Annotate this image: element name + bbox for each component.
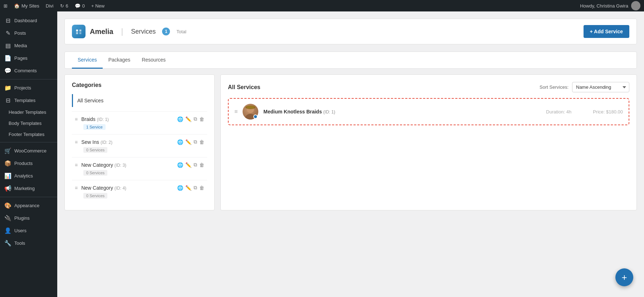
globe-icon[interactable]: 🌐 xyxy=(177,185,183,191)
service-avatar-wrap xyxy=(243,104,258,120)
projects-icon: 📁 xyxy=(4,84,11,91)
comments-icon: 💬 xyxy=(4,67,11,74)
dashboard-icon: ⊟ xyxy=(4,17,11,24)
delete-icon[interactable]: 🗑 xyxy=(199,116,204,122)
plugin-name: Amelia xyxy=(90,28,113,36)
comments-link[interactable]: 💬 0 xyxy=(75,3,85,9)
all-services-heading: All Services xyxy=(228,84,260,91)
sidebar-item-appearance[interactable]: 🎨 Appearance xyxy=(0,199,57,212)
sidebar-item-body-templates[interactable]: Body Templates xyxy=(0,118,57,129)
delete-icon[interactable]: 🗑 xyxy=(199,185,204,191)
sidebar-item-header-templates[interactable]: Header Templates xyxy=(0,107,57,118)
tab-packages[interactable]: Packages xyxy=(103,52,136,69)
copy-icon[interactable]: ⧉ xyxy=(194,162,197,168)
edit-icon[interactable]: ✏️ xyxy=(185,139,191,145)
my-sites-link[interactable]: 🏠 My Sites xyxy=(14,3,39,9)
pages-icon: 📄 xyxy=(4,55,11,62)
list-item: ≡ Sew Ins (ID: 2) 🌐 ✏️ ⧉ 🗑 0 Services xyxy=(72,134,207,157)
copy-icon[interactable]: ⧉ xyxy=(194,116,197,122)
add-service-button[interactable]: + Add Service xyxy=(584,25,629,38)
marketing-icon: 📢 xyxy=(4,185,11,192)
products-icon: 📦 xyxy=(4,160,11,167)
service-count-badge: 0 Services xyxy=(83,170,107,176)
service-drag-handle-icon[interactable]: ≡ xyxy=(234,108,238,115)
globe-icon[interactable]: 🌐 xyxy=(177,139,183,145)
sidebar-item-products[interactable]: 📦 Products xyxy=(0,157,57,170)
delete-icon[interactable]: 🗑 xyxy=(199,139,204,145)
plugin-section: Services xyxy=(131,28,156,35)
users-icon: 👤 xyxy=(4,227,11,234)
copy-icon[interactable]: ⧉ xyxy=(194,139,197,145)
sidebar-item-projects[interactable]: 📁 Projects xyxy=(0,82,57,94)
service-name: Medium Knotless Braids (ID: 1) xyxy=(263,109,335,115)
plugins-icon: 🔌 xyxy=(4,215,11,221)
tab-resources[interactable]: Resources xyxy=(136,52,171,69)
service-card: ≡ xyxy=(228,98,629,125)
services-content: Categories All Services ≡ Braids (ID: 1)… xyxy=(64,74,637,210)
sidebar-item-dashboard[interactable]: ⊟ Dashboard xyxy=(0,14,57,27)
sidebar-item-users[interactable]: 👤 Users xyxy=(0,224,57,237)
tabs-bar: Services Packages Resources xyxy=(64,52,637,69)
sidebar-item-templates[interactable]: ⊟ Templates xyxy=(0,94,57,107)
sidebar-item-woocommerce[interactable]: 🛒 WooCommerce xyxy=(0,145,57,157)
all-services-category[interactable]: All Services xyxy=(72,94,207,107)
drag-handle-icon[interactable]: ≡ xyxy=(75,116,78,122)
globe-icon[interactable]: 🌐 xyxy=(177,116,183,122)
sidebar-item-analytics[interactable]: 📊 Analytics xyxy=(0,170,57,182)
globe-icon[interactable]: 🌐 xyxy=(177,162,183,168)
divi-link[interactable]: Divi xyxy=(46,3,54,9)
drag-handle-icon[interactable]: ≡ xyxy=(75,162,78,168)
sidebar-item-comments[interactable]: 💬 Comments xyxy=(0,64,57,77)
tab-services[interactable]: Services xyxy=(72,52,103,69)
service-count-badge: 0 Services xyxy=(83,147,107,153)
sidebar-item-media[interactable]: ▤ Media xyxy=(0,39,57,52)
plugin-header: Amelia | Services 1 Total + Add Service xyxy=(64,19,637,44)
svg-rect-4 xyxy=(247,106,254,108)
category-name: New Category (ID: 3) xyxy=(81,162,126,168)
woocommerce-icon: 🛒 xyxy=(4,147,11,154)
tools-icon: 🔧 xyxy=(4,240,11,247)
list-item: ≡ New Category (ID: 3) 🌐 ✏️ ⧉ 🗑 0 Servic… xyxy=(72,157,207,180)
new-link[interactable]: + New xyxy=(91,3,104,9)
service-duration: Duration: 4h xyxy=(546,109,571,115)
service-meta: Duration: 4h Price: $180.00 xyxy=(546,109,623,115)
edit-icon[interactable]: ✏️ xyxy=(185,116,191,122)
fab-add-button[interactable]: + xyxy=(615,268,633,286)
posts-icon: ✎ xyxy=(4,30,11,36)
appearance-icon: 🎨 xyxy=(4,202,11,209)
wp-icon[interactable]: ⊞ xyxy=(4,3,8,9)
service-status-dot xyxy=(253,115,258,119)
sidebar-item-pages[interactable]: 📄 Pages xyxy=(0,52,57,64)
edit-icon[interactable]: ✏️ xyxy=(185,185,191,191)
all-services-panel: All Services Sort Services: Name Ascendi… xyxy=(220,74,637,210)
sidebar-item-plugins[interactable]: 🔌 Plugins xyxy=(0,212,57,224)
sort-section: Sort Services: Name Ascending Name Desce… xyxy=(540,82,629,92)
drag-handle-icon[interactable]: ≡ xyxy=(75,185,78,191)
services-panel-header: All Services Sort Services: Name Ascendi… xyxy=(228,82,629,92)
service-count-badge: 0 Services xyxy=(83,193,107,199)
delete-icon[interactable]: 🗑 xyxy=(199,162,204,168)
sidebar-item-footer-templates[interactable]: Footer Templates xyxy=(0,129,57,140)
copy-icon[interactable]: ⧉ xyxy=(194,185,197,191)
drag-handle-icon[interactable]: ≡ xyxy=(75,139,78,145)
category-name: Sew Ins (ID: 2) xyxy=(81,139,112,145)
amelia-logo xyxy=(72,25,86,38)
plugin-title-group: Amelia | Services 1 Total xyxy=(72,25,186,38)
updates-link[interactable]: ↻ 6 xyxy=(60,3,68,9)
media-icon: ▤ xyxy=(4,42,11,49)
total-count: 1 xyxy=(162,28,170,35)
sidebar-item-tools[interactable]: 🔧 Tools xyxy=(0,237,57,249)
admin-bar: ⊞ 🏠 My Sites Divi ↻ 6 💬 0 + New Howdy, C… xyxy=(0,0,644,11)
sidebar-item-posts[interactable]: ✎ Posts xyxy=(0,27,57,39)
categories-title: Categories xyxy=(72,82,207,88)
edit-icon[interactable]: ✏️ xyxy=(185,162,191,168)
category-name: New Category (ID: 4) xyxy=(81,185,126,191)
user-avatar xyxy=(631,1,640,10)
sidebar-item-marketing[interactable]: 📢 Marketing xyxy=(0,182,57,195)
adminbar-user: Howdy, Christina Gwira xyxy=(580,1,640,10)
analytics-icon: 📊 xyxy=(4,172,11,179)
list-item: ≡ New Category (ID: 4) 🌐 ✏️ ⧉ 🗑 0 Servic… xyxy=(72,180,207,203)
sort-select[interactable]: Name Ascending Name Descending Price Asc… xyxy=(572,82,629,92)
service-price: Price: $180.00 xyxy=(593,109,623,115)
content-area: Amelia | Services 1 Total + Add Service … xyxy=(57,11,644,297)
